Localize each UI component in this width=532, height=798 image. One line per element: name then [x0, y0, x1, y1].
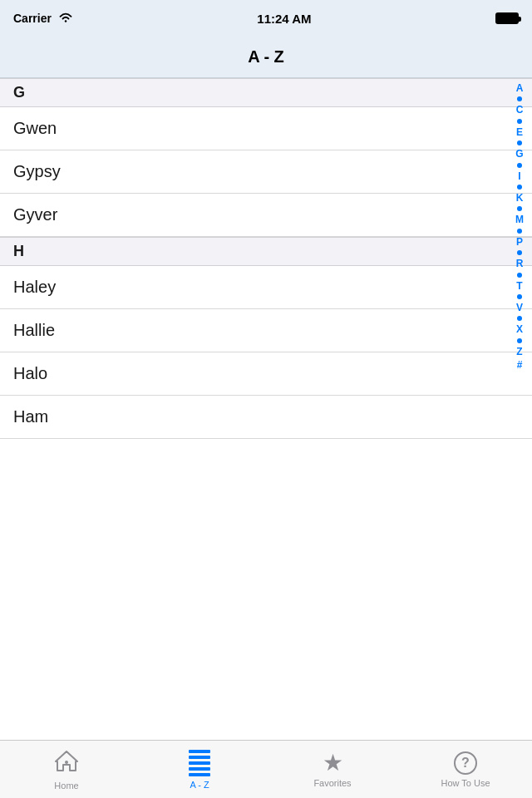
list-item[interactable]: Halo [0, 352, 532, 396]
tab-howtouse-label: How To Use [441, 778, 490, 788]
az-index-hash[interactable]: # [507, 358, 532, 372]
tab-home-label: Home [54, 781, 78, 791]
az-dot [517, 96, 522, 101]
az-dot [517, 185, 522, 190]
az-dot [517, 338, 522, 343]
az-dot [517, 206, 522, 211]
tab-az-label: A - Z [190, 780, 209, 790]
battery-icon [495, 12, 519, 24]
az-dot [517, 119, 522, 124]
tab-favorites[interactable]: ★ Favorites [266, 741, 399, 798]
az-index-g[interactable]: G [507, 147, 532, 160]
az-index-t[interactable]: T [507, 279, 532, 293]
az-dot [517, 140, 522, 145]
page-title: A - Z [248, 47, 284, 66]
az-index-z[interactable]: Z [507, 345, 532, 358]
tab-howtouse[interactable]: ? How To Use [399, 741, 532, 798]
az-index-v[interactable]: V [507, 301, 532, 314]
section-header-g: G [0, 78, 532, 107]
az-index-a[interactable]: A [507, 81, 532, 95]
az-index-p[interactable]: P [507, 235, 532, 249]
az-dot [517, 294, 522, 299]
az-index-i[interactable]: I [507, 170, 532, 183]
status-bar: Carrier 11:24 AM [0, 0, 532, 37]
tab-bar: Home A - Z ★ Favorites ? How To Use [0, 740, 532, 798]
list-item[interactable]: Ham [0, 396, 532, 439]
svg-point-1 [65, 761, 68, 764]
az-dot [517, 273, 522, 278]
az-index-c[interactable]: C [507, 103, 532, 116]
status-left: Carrier [13, 12, 73, 26]
list-item[interactable]: Gypsy [0, 150, 532, 194]
status-time: 11:24 AM [257, 12, 311, 26]
az-index-x[interactable]: X [507, 323, 532, 336]
carrier-label: Carrier [13, 12, 52, 25]
tab-home[interactable]: Home [0, 741, 133, 798]
az-dot [517, 250, 522, 255]
home-icon [54, 748, 79, 777]
az-dot [517, 229, 522, 234]
az-dot [517, 316, 522, 321]
question-icon: ? [454, 751, 477, 775]
az-dot [517, 163, 522, 168]
az-index-sidebar: A C E G I K M P R T V X Z # [507, 78, 532, 740]
az-index-r[interactable]: R [507, 257, 532, 270]
list-item[interactable]: Gwen [0, 107, 532, 150]
tab-az[interactable]: A - Z [133, 741, 266, 798]
az-list-icon [189, 750, 210, 776]
wifi-icon [58, 12, 73, 26]
list-item[interactable]: Hallie [0, 309, 532, 352]
az-index-k[interactable]: K [507, 191, 532, 204]
list-item[interactable]: Haley [0, 266, 532, 309]
list-container: G Gwen Gypsy Gyver H Haley Hallie Halo H… [0, 78, 532, 740]
list-item[interactable]: Gyver [0, 194, 532, 237]
az-index-m[interactable]: M [507, 213, 532, 226]
star-icon: ★ [323, 751, 343, 775]
nav-header: A - Z [0, 37, 532, 78]
tab-favorites-label: Favorites [313, 778, 351, 788]
section-header-h: H [0, 237, 532, 266]
az-index-e[interactable]: E [507, 126, 532, 139]
